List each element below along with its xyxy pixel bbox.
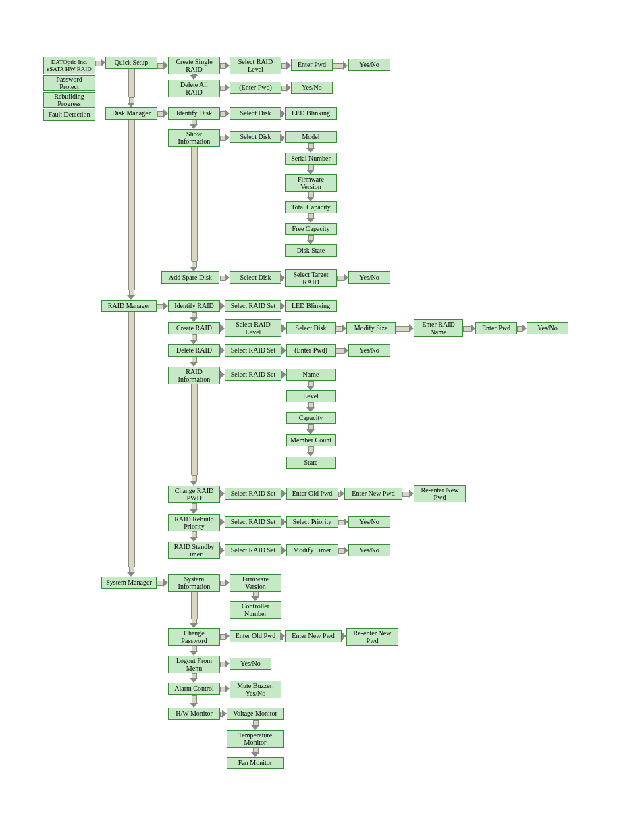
arrow-right-icon <box>220 346 225 355</box>
arrow-down-icon <box>251 592 259 601</box>
arrow-right-icon <box>338 546 348 554</box>
menu-disk-manager: Disk Manager <box>105 107 157 120</box>
arrow-right-icon <box>281 324 286 332</box>
arrow-down-icon <box>306 446 315 457</box>
arrow-right-icon <box>337 273 348 282</box>
sm-sysinfo: System Information <box>168 574 220 592</box>
rm-enter-name: Enter RAID Name <box>414 319 463 337</box>
menu-quick-setup: Quick Setup <box>105 57 157 69</box>
arrow-right-icon <box>281 346 286 355</box>
arrow-right-icon <box>338 490 344 498</box>
arrow-down-icon <box>306 402 315 412</box>
arrow-right-icon <box>281 632 285 640</box>
rm-re-pwd: Re-enter New Pwd <box>414 485 466 502</box>
rm-yn3: Yes/No <box>348 516 390 528</box>
arrow-right-icon <box>396 324 414 332</box>
arrow-right-icon <box>220 632 230 640</box>
sidebar-title: DATOptic Inc. eSATA HW RAID <box>43 57 95 74</box>
rm-create: Create RAID <box>168 322 220 334</box>
arrow-down-icon <box>190 334 198 344</box>
dm-show-info: Show Information <box>168 129 220 147</box>
qs-create-single: Create Single RAID <box>168 57 220 74</box>
arrow-down-icon <box>190 74 198 80</box>
arrow-right-icon <box>281 109 285 118</box>
arrow-right-icon <box>220 518 225 526</box>
arrow-right-icon <box>157 579 168 587</box>
arrow-down-icon <box>306 381 315 390</box>
sm-mute: Mute Buzzer: Yes/No <box>230 681 281 698</box>
qs-select-level: Select RAID Level <box>230 57 281 74</box>
arrow-right-icon <box>220 660 230 668</box>
sm-yn: Yes/No <box>230 658 271 670</box>
arrow-right-icon <box>338 518 348 526</box>
arrow-down-icon <box>127 567 135 577</box>
arrow-right-icon <box>220 490 225 498</box>
arrow-right-icon <box>281 84 291 92</box>
rm-info: RAID Information <box>168 367 220 384</box>
rm-capacity: Capacity <box>286 412 336 424</box>
arrow-right-icon <box>281 134 285 142</box>
sm-alarm: Alarm Control <box>168 683 220 695</box>
rm-state: State <box>286 457 336 469</box>
sidebar-rebuilding-progress: Rebuilding Progress <box>43 92 95 108</box>
dm-select-disk-1: Select Disk <box>230 107 281 120</box>
rm-modify-size: Modify Size <box>346 322 396 334</box>
rm-yn4: Yes/No <box>348 544 390 556</box>
sm-fan: Fan Monitor <box>227 757 284 769</box>
connector-vertical <box>128 69 135 97</box>
arrow-right-icon <box>157 109 168 118</box>
dm-select-disk-2: Select Disk <box>230 131 281 143</box>
arrow-right-icon <box>220 61 230 70</box>
rm-sel-pri: Select Priority <box>286 516 338 528</box>
dm-yesno: Yes/No <box>348 271 390 284</box>
arrow-right-icon <box>281 518 286 526</box>
arrow-down-icon <box>306 165 315 174</box>
qs-delete-all: Delete All RAID <box>168 80 220 97</box>
arrow-right-icon <box>281 273 285 282</box>
menu-system-manager: System Manager <box>101 577 157 589</box>
arrow-down-icon <box>190 646 198 656</box>
arrow-right-icon <box>281 371 286 379</box>
rm-level: Level <box>286 390 336 402</box>
arrow-right-icon <box>220 84 230 92</box>
sidebar-password-protect: Password Protect <box>43 75 95 91</box>
qs-yesno-1: Yes/No <box>348 59 390 71</box>
arrow-right-icon <box>157 61 168 70</box>
rm-yn2: Yes/No <box>348 344 390 357</box>
dm-free: Free Capacity <box>285 223 337 235</box>
arrow-right-icon <box>336 324 346 332</box>
arrow-right-icon <box>281 546 286 554</box>
arrow-right-icon <box>402 490 414 498</box>
sm-new: Enter New Pwd <box>285 630 342 642</box>
sidebar-fault-detection: Fault Detection <box>43 109 95 121</box>
rm-change-pwd: Change RAID PWD <box>168 486 220 503</box>
arrow-right-icon <box>95 59 105 67</box>
rm-identify: Identify RAID <box>168 300 220 312</box>
rm-sel-3: Select RAID Set <box>225 369 281 381</box>
connector-vertical <box>191 592 198 619</box>
dm-serial: Serial Number <box>285 153 337 165</box>
arrow-down-icon <box>190 531 198 542</box>
qs-enter-pwd: Enter Pwd <box>291 59 333 71</box>
menu-raid-manager: RAID Manager <box>101 300 157 312</box>
arrow-right-icon <box>220 324 225 332</box>
rm-sel-2: Select RAID Set <box>225 344 281 357</box>
rm-led: LED Blinking <box>285 300 337 312</box>
arrow-right-icon <box>220 579 230 587</box>
dm-total: Total Capacity <box>285 201 337 213</box>
arrow-down-icon <box>306 424 315 434</box>
sm-old: Enter Old Pwd <box>230 630 281 642</box>
arrow-down-icon <box>190 503 198 514</box>
arrow-right-icon <box>157 302 168 310</box>
rm-rebuild: RAID Rebuild Priority <box>168 514 220 531</box>
rm-new-pwd: Enter New Pwd <box>344 488 402 500</box>
dm-select-target: Select Target RAID <box>285 269 337 287</box>
sm-hw: H/W Monitor <box>168 708 220 720</box>
rm-enter-pwd-2: (Enter Pwd) <box>286 344 336 357</box>
rm-name: Name <box>286 369 336 381</box>
dm-select-disk-3: Select Disk <box>230 271 281 284</box>
arrow-down-icon <box>190 475 198 486</box>
rm-members: Member Count <box>286 434 336 446</box>
connector-vertical <box>191 384 198 475</box>
rm-sel-1: Select RAID Set <box>225 300 281 312</box>
